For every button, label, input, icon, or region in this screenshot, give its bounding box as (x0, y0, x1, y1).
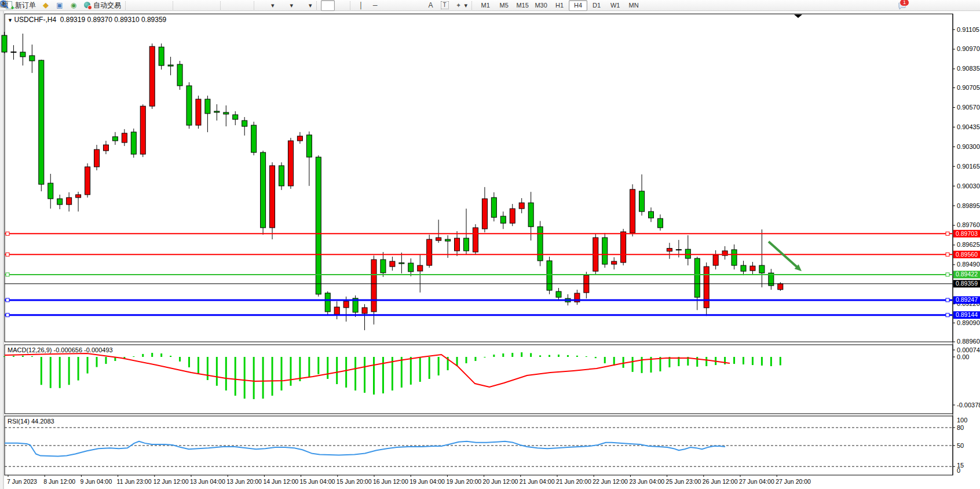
candlestick-chart-button[interactable] (144, 0, 158, 11)
time-label: 22 Jun 12:00 (593, 478, 628, 485)
macd-panel[interactable] (5, 345, 953, 414)
trendline-icon (385, 1, 393, 9)
autoscroll-icon (228, 1, 236, 9)
timeframe-group: M1M5M15M30H1H4D1W1MN (476, 0, 643, 11)
candle (473, 224, 478, 255)
time-label: 19 Jun 20:00 (446, 478, 481, 485)
toolbar-separator (254, 1, 257, 10)
hline-handle[interactable] (6, 253, 9, 256)
toolbar-right-group: 1 (885, 1, 906, 9)
zoom-in-button[interactable] (177, 0, 191, 11)
autotrading-button[interactable]: 自动交易 (81, 0, 124, 11)
cursor-tool-button[interactable] (321, 0, 335, 11)
candle (547, 257, 552, 294)
channel-tool-button[interactable]: E (396, 0, 410, 11)
cursor-icon (324, 1, 332, 9)
time-label: 21 Jun 20:00 (556, 478, 591, 485)
time-label: 26 Jun 12:00 (703, 478, 738, 485)
time-label: 12 Jun 12:00 (153, 478, 189, 485)
shapes-tool-button[interactable]: ✦ ▾ (452, 0, 471, 11)
candle (316, 155, 321, 297)
hline-handle[interactable] (946, 273, 949, 276)
macd-axis-label: 0.00 (957, 353, 969, 360)
fibonacci-tool-button[interactable]: F (410, 0, 424, 11)
new-chart-button[interactable]: ◆ (39, 0, 53, 11)
time-label: 13 Jun 20:00 (226, 478, 262, 485)
search-icon[interactable] (885, 1, 893, 9)
dropdown-caret: ▾ (465, 2, 468, 9)
hline-handle[interactable] (946, 313, 949, 317)
candlestick-chart-icon (147, 1, 155, 9)
candle (159, 43, 164, 70)
timeframe-h1[interactable]: H1 (550, 0, 569, 11)
price-badge-label: 0.89359 (956, 280, 978, 287)
indicators-button[interactable]: + ▾ (258, 0, 277, 11)
price-tick-label: 0.90970 (957, 45, 980, 52)
candle (187, 82, 192, 129)
autoscroll-button[interactable] (225, 0, 239, 11)
price-badge-label: 0.89247 (956, 296, 978, 303)
price-tick-label: 0.90705 (957, 84, 980, 91)
hline-handle[interactable] (946, 253, 949, 256)
timeframe-h4[interactable]: H4 (569, 0, 587, 11)
hline-handle[interactable] (6, 298, 9, 302)
toolbar-separator (125, 1, 129, 10)
candle (39, 60, 44, 191)
hline-handle[interactable] (946, 232, 949, 235)
timeframe-d1[interactable]: D1 (587, 0, 606, 11)
price-badge-label: 0.89422 (956, 271, 978, 278)
time-label: 8 Jun 12:00 (43, 478, 75, 485)
timeframe-m15[interactable]: M15 (513, 0, 532, 11)
macd-indicator-label: MACD(12,26,9) -0.000656 -0.000493 (8, 346, 113, 353)
market-watch-button[interactable]: ▣ (53, 0, 67, 11)
timeframe-mn[interactable]: MN (624, 0, 643, 11)
hline-handle[interactable] (6, 313, 9, 317)
chat-icon[interactable]: 1 (898, 1, 906, 9)
text-tool-button[interactable]: A (424, 0, 438, 11)
bar-chart-icon (133, 1, 141, 9)
price-tick-label: 0.90300 (957, 143, 980, 150)
chart-canvas[interactable]: 0.911050.909700.908350.907050.905700.904… (0, 11, 980, 489)
price-badge-label: 0.89144 (956, 311, 978, 318)
chart-symbol-period: USDCHF-,H4 (14, 16, 56, 24)
label-tool-button[interactable]: T (438, 0, 452, 11)
rsi-axis-label: 0 (957, 467, 960, 474)
hline-handle[interactable] (6, 273, 9, 276)
timeframe-m5[interactable]: M5 (495, 0, 513, 11)
hline-handle[interactable] (946, 298, 949, 302)
signals-button[interactable]: ◉ (67, 0, 81, 11)
toolbar-separator (316, 1, 320, 10)
price-tick-label: 0.91105 (957, 26, 979, 33)
vline-tool-button[interactable]: │ (354, 0, 368, 11)
templates-button[interactable]: ▾ (296, 0, 315, 11)
horizontal-line-icon: ─ (371, 1, 379, 9)
periods-button[interactable]: ▾ (277, 0, 297, 11)
hline-tool-button[interactable]: ─ (368, 0, 382, 11)
price-tick-label: 0.89895 (957, 202, 980, 209)
dropdown-caret: ▾ (309, 2, 312, 9)
price-panel[interactable] (5, 14, 953, 342)
line-chart-button[interactable] (158, 0, 171, 11)
hline-handle[interactable] (6, 232, 9, 235)
bar-chart-button[interactable] (130, 0, 144, 11)
candle (630, 184, 635, 236)
timeframe-w1[interactable]: W1 (606, 0, 624, 11)
vertical-line-icon: │ (357, 1, 365, 9)
price-tick-label: 0.90030 (957, 183, 980, 189)
candle (704, 262, 709, 316)
chat-badge: 1 (899, 0, 909, 6)
zoom-out-button[interactable] (191, 0, 205, 11)
tile-windows-icon (208, 1, 216, 9)
chart-dropdown-icon[interactable]: ▼ (8, 17, 14, 23)
timeframe-m30[interactable]: M30 (532, 0, 550, 11)
new-chart-icon: ◆ (42, 1, 50, 9)
chart-shift-button[interactable] (239, 0, 253, 11)
timeframe-m1[interactable]: M1 (476, 0, 495, 11)
candle (279, 162, 284, 190)
dropdown-caret: ▾ (271, 2, 275, 9)
candle (537, 221, 543, 266)
trendline-tool-button[interactable] (382, 0, 396, 11)
tile-windows-button[interactable] (205, 0, 219, 11)
equidistant-channel-icon: E (399, 1, 407, 9)
crosshair-tool-button[interactable] (335, 0, 349, 11)
